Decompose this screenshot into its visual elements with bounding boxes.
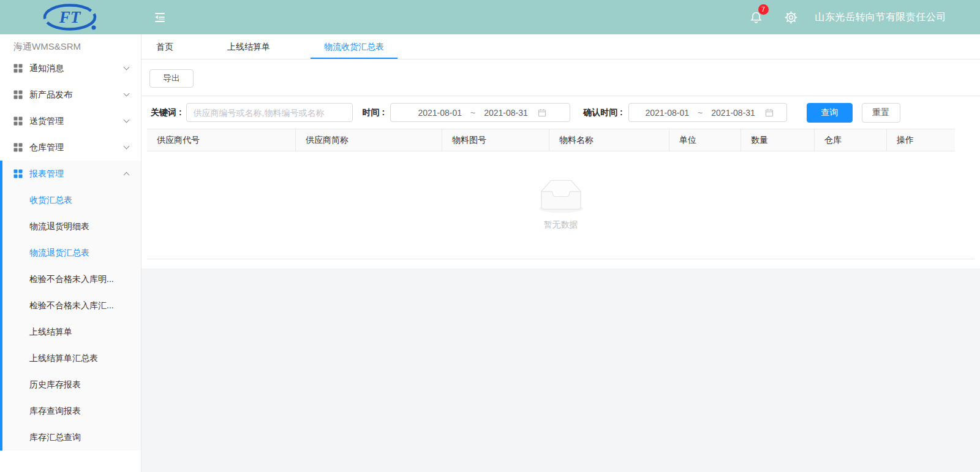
toolbar: 导出 [141, 59, 980, 96]
confirm-time-label: 确认时间 : [583, 107, 623, 118]
appstore-grid-icon [13, 64, 23, 73]
sidebar-group-4: 报表管理收货汇总表物流退货明细表物流退货汇总表检验不合格未入库明...检验不合格… [0, 161, 141, 451]
sidebar-item-label: 仓库管理 [29, 142, 124, 153]
tab-0[interactable]: 首页 [156, 34, 173, 59]
filter-bar: 关键词 : 时间 : 2021-08-01 ~ 2021-08-31 [141, 96, 980, 129]
time-range-picker[interactable]: 2021-08-01 ~ 2021-08-31 [390, 103, 570, 122]
appstore-grid-icon [13, 116, 23, 126]
svg-text:FT: FT [58, 8, 81, 26]
chevron-down-icon [124, 117, 130, 123]
keyword-input[interactable] [186, 103, 353, 122]
sidebar-menu: 通知消息新产品发布送货管理仓库管理报表管理收货汇总表物流退货明细表物流退货汇总表… [0, 55, 141, 451]
sidebar-item-3[interactable]: 仓库管理 [0, 134, 141, 161]
column-header-2: 物料图号 [442, 129, 549, 151]
calendar-icon [765, 108, 774, 117]
empty-box-icon [533, 180, 589, 215]
time-start-value[interactable]: 2021-08-01 [412, 108, 468, 118]
appstore-grid-icon [13, 143, 23, 152]
sidebar-item-2[interactable]: 送货管理 [0, 108, 141, 134]
appstore-grid-icon [13, 169, 23, 178]
column-header-6: 仓库 [815, 129, 887, 151]
sidebar-item-1[interactable]: 新产品发布 [0, 82, 141, 108]
company-logo-icon: FT [42, 3, 100, 31]
column-header-5: 数量 [741, 129, 815, 151]
tab-2-active[interactable]: 物流收货汇总表 [324, 34, 384, 59]
content-card: 导出 关键词 : 时间 : 2021-08-01 ~ 2021-08-31 [141, 59, 980, 268]
sidebar-subitem-2[interactable]: 物流退货汇总表 [0, 240, 141, 266]
sidebar-item-0[interactable]: 通知消息 [0, 55, 141, 82]
column-header-0: 供应商代号 [147, 129, 296, 151]
keyword-label: 关键词 : [151, 107, 182, 118]
main-content: 首页上线结算单物流收货汇总表 导出 关键词 : 时间 : 2021-08-01 … [141, 34, 980, 472]
menu-fold-icon[interactable] [153, 10, 167, 25]
column-header-3: 物料名称 [549, 129, 669, 151]
sidebar-subitem-5[interactable]: 上线结算单 [0, 319, 141, 345]
tab-bar: 首页上线结算单物流收货汇总表 [141, 34, 980, 59]
range-separator: ~ [468, 108, 478, 118]
calendar-icon [538, 108, 546, 117]
reset-button[interactable]: 重置 [862, 103, 900, 123]
sidebar: 海通WMS&SRM 通知消息新产品发布送货管理仓库管理报表管理收货汇总表物流退货… [0, 34, 141, 472]
time-end-value[interactable]: 2021-08-31 [478, 108, 534, 118]
confirm-start-value[interactable]: 2021-08-01 [639, 108, 695, 118]
company-name: 山东光岳转向节有限责任公司 [815, 11, 947, 24]
sidebar-item-label: 通知消息 [29, 63, 124, 74]
sidebar-subitem-1[interactable]: 物流退货明细表 [0, 213, 141, 240]
sidebar-subitem-9[interactable]: 库存汇总查询 [0, 424, 141, 451]
sidebar-group-0: 通知消息 [0, 55, 141, 82]
column-header-4: 单位 [669, 129, 741, 151]
chevron-down-icon [124, 91, 130, 97]
gear-icon [784, 10, 798, 25]
sidebar-subitem-8[interactable]: 库存查询报表 [0, 398, 141, 424]
top-header: FT 7 [0, 0, 980, 34]
chevron-down-icon [124, 143, 130, 150]
sidebar-item-4[interactable]: 报表管理 [0, 161, 141, 187]
sidebar-item-label: 送货管理 [29, 116, 124, 127]
chevron-down-icon [124, 64, 130, 70]
table-header-row: 供应商代号供应商简称物料图号物料名称单位数量仓库操作 [147, 129, 955, 151]
sidebar-subitem-7[interactable]: 历史库存报表 [0, 371, 141, 398]
sidebar-title: 海通WMS&SRM [0, 34, 141, 55]
sidebar-item-label: 新产品发布 [29, 89, 124, 101]
appstore-grid-icon [13, 90, 23, 99]
sidebar-subitem-6[interactable]: 上线结算单汇总表 [0, 345, 141, 371]
empty-state: 暂无数据 [147, 151, 974, 259]
sidebar-subitem-4[interactable]: 检验不合格未入库汇... [0, 292, 141, 319]
logo: FT [0, 3, 141, 31]
sidebar-group-1: 新产品发布 [0, 82, 141, 108]
column-header-7: 操作 [887, 129, 955, 151]
export-button[interactable]: 导出 [149, 69, 194, 88]
sidebar-subitem-0[interactable]: 收货汇总表 [0, 187, 141, 213]
sidebar-group-2: 送货管理 [0, 108, 141, 134]
chevron-up-icon [124, 172, 130, 178]
tab-1[interactable]: 上线结算单 [227, 34, 270, 59]
app-window: FT 7 [0, 0, 980, 472]
header-actions: 7 [749, 10, 980, 25]
search-button[interactable]: 查询 [807, 103, 853, 123]
sidebar-subitem-3[interactable]: 检验不合格未入库明... [0, 266, 141, 292]
empty-text: 暂无数据 [544, 219, 578, 230]
column-header-1: 供应商简称 [296, 129, 442, 151]
notification-badge: 7 [758, 4, 769, 15]
sidebar-group-3: 仓库管理 [0, 134, 141, 161]
sidebar-item-label: 报表管理 [29, 169, 124, 180]
notifications-button[interactable]: 7 [749, 10, 763, 25]
time-label: 时间 : [363, 107, 385, 118]
confirm-end-value[interactable]: 2021-08-31 [705, 108, 761, 118]
sidebar-submenu: 收货汇总表物流退货明细表物流退货汇总表检验不合格未入库明...检验不合格未入库汇… [0, 187, 141, 451]
range-separator: ~ [695, 108, 705, 118]
confirm-time-range-picker[interactable]: 2021-08-01 ~ 2021-08-31 [628, 103, 787, 122]
settings-button[interactable] [784, 10, 798, 25]
